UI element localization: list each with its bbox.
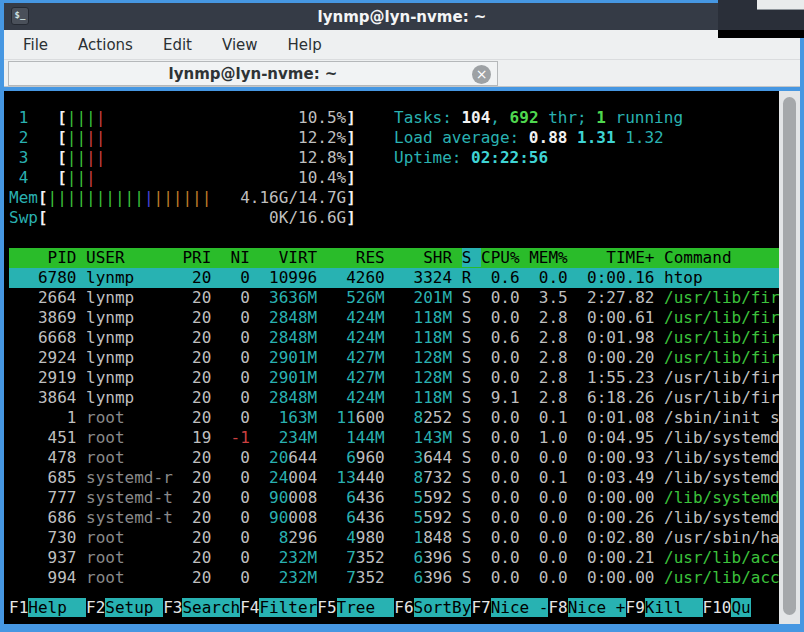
- cell-pad: [394, 448, 413, 467]
- fkey-label-sortby[interactable]: SortBy: [414, 598, 472, 617]
- process-row-685[interactable]: 685 systemd-r 20 0 24004 13440 8732 S 0.…: [9, 468, 784, 488]
- menu-item-file[interactable]: File: [8, 33, 63, 57]
- titlebar[interactable]: $_ lynmp@lyn-nvme: ~: [4, 3, 800, 30]
- scrollbar[interactable]: [779, 91, 800, 624]
- process-row-2664[interactable]: 2664 lynmp 20 0 3636M 526M 201M S 0.0 3.…: [9, 288, 784, 308]
- fkey-f6[interactable]: F6: [394, 598, 413, 617]
- cell-ni: 0: [221, 308, 260, 327]
- process-row-2924[interactable]: 2924 lynmp 20 0 2901M 427M 128M S 0.0 2.…: [9, 348, 784, 368]
- cell-pri: 20: [182, 488, 221, 507]
- process-row-3869[interactable]: 3869 lynmp 20 0 2848M 424M 118M S 0.0 2.…: [9, 308, 784, 328]
- fkey-label-setup[interactable]: Setup: [105, 598, 163, 617]
- menu-item-view[interactable]: View: [207, 33, 273, 57]
- cell-ni: 0: [221, 528, 260, 547]
- process-row-6668[interactable]: 6668 lynmp 20 0 2848M 424M 118M S 0.6 2.…: [9, 328, 784, 348]
- htop-terminal[interactable]: 1 [|||| 10.5%] 2 [|||| 12.2%] 3 [|||| 12…: [4, 91, 800, 624]
- scrollbar-thumb[interactable]: [783, 97, 796, 615]
- swap-meter: Swp[ 0K/16.6G]: [9, 208, 784, 228]
- meter-bracket-open: [: [38, 208, 48, 227]
- cell-res: 4260: [327, 268, 394, 287]
- fkey-label-nice-[interactable]: Nice +: [568, 598, 626, 617]
- uptime-segment: 02:22:56: [471, 148, 548, 167]
- fkey-label-qu[interactable]: Qu: [731, 598, 750, 617]
- fkey-label-filter[interactable]: Filter: [259, 598, 317, 617]
- cell-pri: 20: [182, 548, 221, 567]
- fkey-f3[interactable]: F3: [163, 598, 182, 617]
- cell-pad: [259, 528, 278, 547]
- process-row-478[interactable]: 478 root 20 0 20644 6960 3644 S 0.0 0.0 …: [9, 448, 784, 468]
- cell-res: 6: [346, 448, 356, 467]
- meter-bracket-open: [: [57, 168, 67, 187]
- process-row-2919[interactable]: 2919 lynmp 20 0 2901M 427M 128M S 0.0 2.…: [9, 368, 784, 388]
- process-row-937[interactable]: 937 root 20 0 232M 7352 6396 S 0.0 0.0 0…: [9, 548, 784, 568]
- process-row-730[interactable]: 730 root 20 0 8296 4980 1848 S 0.0 0.0 0…: [9, 528, 784, 548]
- cell-cmd: /lib/systemd: [664, 468, 780, 487]
- fkey-f8[interactable]: F8: [548, 598, 567, 617]
- cell-shr: 252: [423, 408, 462, 427]
- cell-pid: 1: [9, 408, 86, 427]
- cell-pri: 19: [182, 428, 221, 447]
- column-header-s[interactable]: S: [462, 248, 481, 267]
- cell-cmd: /usr/lib/fir: [664, 388, 780, 407]
- cell-pri: 20: [182, 408, 221, 427]
- fkey-label-search[interactable]: Search: [182, 598, 240, 617]
- terminal-tab[interactable]: lynmp@lyn-nvme: ~ ×: [8, 61, 498, 86]
- column-header-pri[interactable]: PRI: [182, 248, 221, 267]
- fkey-f1[interactable]: F1: [9, 598, 28, 617]
- fkey-f9[interactable]: F9: [626, 598, 645, 617]
- cell-ni: 0: [221, 388, 260, 407]
- cell-virt: 2848M: [259, 308, 326, 327]
- column-header-user[interactable]: USER: [86, 248, 182, 267]
- column-header-shr[interactable]: SHR: [394, 248, 461, 267]
- window-title: lynmp@lyn-nvme: ~: [4, 8, 800, 26]
- column-header-cmd[interactable]: Command: [664, 248, 780, 267]
- cell-virt: 234M: [259, 428, 326, 447]
- close-icon[interactable]: ×: [472, 65, 491, 84]
- meter-bar-green: ||: [67, 168, 86, 187]
- process-row-777[interactable]: 777 systemd-t 20 0 90008 6436 5592 S 0.0…: [9, 488, 784, 508]
- fkey-f2[interactable]: F2: [86, 598, 105, 617]
- cell-pad: [327, 488, 346, 507]
- column-header-virt[interactable]: VIRT: [259, 248, 326, 267]
- column-header-cpu[interactable]: CPU%: [481, 248, 529, 267]
- cell-pid: 3869: [9, 308, 86, 327]
- cell-shr: 3324: [394, 268, 461, 287]
- cell-pid: 2664: [9, 288, 86, 307]
- column-header-mem[interactable]: MEM%: [529, 248, 577, 267]
- menu-item-edit[interactable]: Edit: [148, 33, 207, 57]
- menu-item-help[interactable]: Help: [273, 33, 337, 57]
- process-row-451[interactable]: 451 root 19 -1 234M 144M 143M S 0.0 1.0 …: [9, 428, 784, 448]
- fkey-label-kill[interactable]: Kill: [645, 598, 703, 617]
- meter-bar-orange: ||||||: [154, 188, 212, 207]
- cell-ni: 0: [221, 268, 260, 287]
- fkey-f4[interactable]: F4: [240, 598, 259, 617]
- background-window-fragment-black: [718, 30, 804, 38]
- column-header-time[interactable]: TIME+: [577, 248, 664, 267]
- cell-mem: 2.8: [529, 308, 577, 327]
- fkey-f10[interactable]: F10: [703, 598, 732, 617]
- column-header-pid[interactable]: PID: [9, 248, 86, 267]
- process-row-6780[interactable]: 6780 lynmp 20 0 10996 4260 3324 R 0.6 0.…: [9, 268, 784, 288]
- cell-ni: 0: [221, 448, 260, 467]
- cell-mem: 2.8: [529, 348, 577, 367]
- process-row-686[interactable]: 686 systemd-t 20 0 90008 6436 5592 S 0.0…: [9, 508, 784, 528]
- meter-bracket-close: ]: [346, 208, 356, 227]
- cell-pad: [327, 568, 346, 587]
- cell-pid: 730: [9, 528, 86, 547]
- fkey-label-help[interactable]: Help: [28, 598, 86, 617]
- cell-shr: 118M: [394, 388, 461, 407]
- process-row-994[interactable]: 994 root 20 0 232M 7352 6396 S 0.0 0.0 0…: [9, 568, 784, 588]
- fkey-f7[interactable]: F7: [471, 598, 490, 617]
- column-header-res[interactable]: RES: [327, 248, 394, 267]
- process-row-1[interactable]: 1 root 20 0 163M 11600 8252 S 0.0 0.1 0:…: [9, 408, 784, 428]
- column-header-ni[interactable]: NI: [221, 248, 260, 267]
- load-average-line: Load average: 0.88 1.31 1.32: [394, 128, 683, 148]
- process-row-3864[interactable]: 3864 lynmp 20 0 2848M 424M 118M S 9.1 2.…: [9, 388, 784, 408]
- cell-user: lynmp: [86, 328, 182, 347]
- cell-mem: 1.0: [529, 428, 577, 447]
- fkey-f5[interactable]: F5: [317, 598, 336, 617]
- cell-res: 440: [356, 468, 395, 487]
- fkey-label-tree[interactable]: Tree: [337, 598, 395, 617]
- menu-item-actions[interactable]: Actions: [63, 33, 148, 57]
- fkey-label-nice-[interactable]: Nice -: [491, 598, 549, 617]
